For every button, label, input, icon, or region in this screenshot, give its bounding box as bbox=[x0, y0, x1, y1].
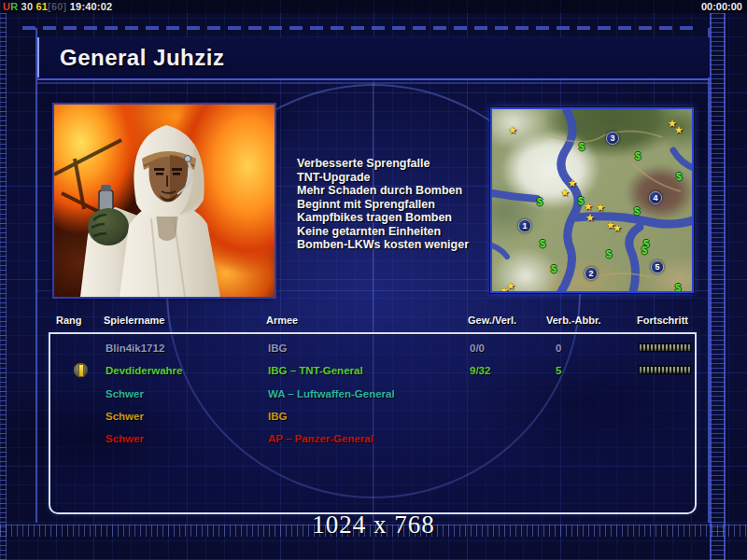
page-title: General Juhziz bbox=[60, 45, 224, 71]
player-name-cell: Schwer bbox=[106, 383, 144, 405]
column-header-playername: Spielername bbox=[104, 315, 164, 326]
network-status-segment: 61 bbox=[35, 1, 48, 12]
tech-star-icon: ★ bbox=[508, 125, 517, 135]
supply-cash-icon: $ bbox=[675, 283, 681, 293]
general-figure-illustration bbox=[54, 105, 275, 297]
player-army-cell: IBG – TNT-General bbox=[268, 359, 363, 382]
ability-line: Verbesserte Sprengfalle bbox=[297, 157, 502, 171]
player-row: SchwerWA – Luftwaffen-General bbox=[52, 383, 695, 405]
tech-star-icon: ★ bbox=[596, 203, 605, 213]
player-name-cell: Devdiderwahre bbox=[106, 359, 182, 382]
header-divider bbox=[37, 78, 710, 80]
left-ruler-decoration bbox=[0, 13, 7, 560]
network-status-segment: [60] bbox=[48, 1, 66, 12]
tech-star-icon: ★ bbox=[585, 213, 595, 223]
header-bar: General Juhziz bbox=[37, 37, 710, 77]
tech-star-icon: ★ bbox=[584, 202, 593, 212]
player-army-cell: AP – Panzer-General bbox=[268, 427, 374, 450]
supply-cash-icon: $ bbox=[641, 245, 647, 256]
column-header-disconnects: Verb.-Abbr. bbox=[546, 315, 601, 326]
player-row: SchwerIBG bbox=[52, 405, 695, 427]
rank-medal-icon bbox=[73, 362, 89, 378]
player-winloss-cell: 9/32 bbox=[470, 359, 490, 382]
tech-star-icon: ★ bbox=[674, 125, 684, 135]
table-column-headers: Rang Spielername Armee Gew./Verl. Verb.-… bbox=[37, 315, 712, 328]
tech-star-icon: ★ bbox=[613, 223, 622, 233]
player-row: Blin4ik1712IBG0/00 bbox=[52, 337, 695, 359]
network-status-segment: 30 bbox=[18, 1, 35, 12]
player-army-cell: IBG bbox=[268, 405, 287, 427]
start-position-marker: 5 bbox=[651, 260, 664, 273]
resolution-watermark: 1024 x 768 bbox=[0, 511, 747, 539]
supply-cash-icon: $ bbox=[537, 197, 543, 207]
ability-line: Kampfbikes tragen Bomben bbox=[297, 211, 502, 225]
supply-cash-icon: $ bbox=[634, 206, 640, 217]
general-portrait bbox=[54, 105, 275, 297]
minimap: ★★★3$$$★★4$$★★$★1★★$$$$5$2★★$ bbox=[490, 107, 694, 293]
network-status-text: UR 30 61[60] 19:40:02 bbox=[3, 1, 112, 12]
player-army-cell: IBG bbox=[268, 337, 287, 359]
ability-line: Beginnt mit Sprengfallen bbox=[297, 198, 502, 212]
player-row: DevdiderwahreIBG – TNT-General9/325 bbox=[52, 359, 695, 382]
network-status-segment: 19:40:02 bbox=[66, 1, 112, 12]
load-progress-bar bbox=[639, 366, 691, 374]
column-header-rank: Rang bbox=[56, 315, 82, 326]
column-header-progress: Fortschritt bbox=[637, 315, 688, 326]
supply-cash-icon: $ bbox=[579, 142, 585, 152]
ability-line: Mehr Schaden durch Bomben bbox=[297, 184, 502, 198]
player-name-cell: Schwer bbox=[106, 405, 144, 427]
player-name-cell: Blin4ik1712 bbox=[106, 337, 164, 359]
player-disconnects-cell: 0 bbox=[556, 337, 561, 359]
supply-cash-icon: $ bbox=[676, 172, 682, 182]
start-position-marker: 4 bbox=[649, 191, 662, 204]
player-name-cell: Schwer bbox=[106, 427, 144, 450]
ability-line: TNT-Upgrade bbox=[297, 171, 502, 185]
player-list-panel: Blin4ik1712IBG0/00DevdiderwahreIBG – TNT… bbox=[49, 332, 697, 514]
column-header-army: Armee bbox=[266, 315, 298, 326]
player-rows: Blin4ik1712IBG0/00DevdiderwahreIBG – TNT… bbox=[52, 337, 695, 453]
ability-line: Keine getarnten Einheiten bbox=[297, 225, 502, 239]
player-army-cell: WA – Luftwaffen-General bbox=[268, 383, 395, 405]
ability-line: Bomben-LKWs kosten weniger bbox=[297, 238, 502, 252]
supply-cash-icon: $ bbox=[551, 264, 557, 274]
tech-star-icon: ★ bbox=[560, 188, 570, 198]
content-panel: Verbesserte SprengfalleTNT-UpgradeMehr S… bbox=[37, 82, 712, 523]
start-position-marker: 3 bbox=[606, 132, 619, 145]
match-timer: 00:00:00 bbox=[701, 1, 742, 12]
score-screen: UR 30 61[60] 19:40:02 00:00:00 General J… bbox=[0, 0, 747, 560]
supply-cash-icon: $ bbox=[540, 239, 545, 249]
player-winloss-cell: 0/0 bbox=[470, 337, 485, 359]
player-disconnects-cell: 5 bbox=[556, 359, 561, 382]
network-status-segment: U bbox=[3, 1, 10, 12]
supply-cash-icon: $ bbox=[635, 151, 641, 161]
player-row: SchwerAP – Panzer-General bbox=[52, 427, 695, 450]
column-header-winloss: Gew./Verl. bbox=[468, 315, 516, 326]
minimap-icons: ★★★3$$$★★4$$★★$★1★★$$$$5$2★★$ bbox=[492, 109, 692, 291]
start-position-marker: 1 bbox=[518, 219, 531, 232]
right-ruler-decoration bbox=[710, 13, 726, 560]
abilities-list: Verbesserte SprengfalleTNT-UpgradeMehr S… bbox=[297, 157, 502, 252]
tech-star-icon: ★ bbox=[500, 286, 509, 294]
status-bar: UR 30 61[60] 19:40:02 00:00:00 bbox=[0, 0, 747, 13]
start-position-marker: 2 bbox=[585, 267, 598, 280]
load-progress-bar bbox=[639, 343, 691, 352]
dash-strip-decoration bbox=[22, 26, 698, 30]
supply-cash-icon: $ bbox=[606, 249, 612, 259]
